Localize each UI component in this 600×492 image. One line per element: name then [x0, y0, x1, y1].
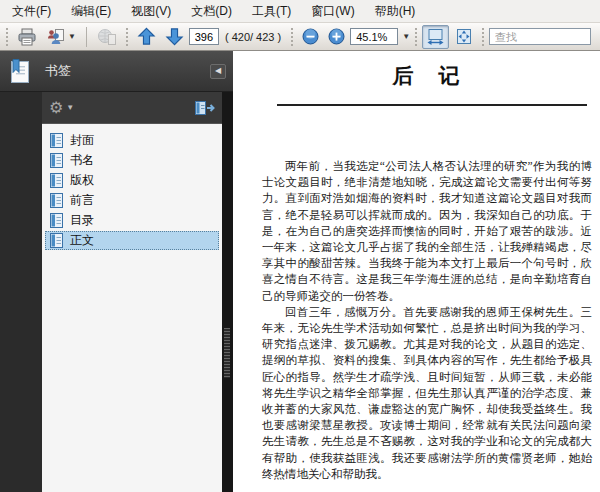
previous-page-button[interactable]	[133, 25, 160, 49]
paragraph: 两年前，当我选定“公司法人格否认法理的研究”作为我的博士论文题目时，绝非清楚地知…	[262, 158, 592, 304]
collaborate-dropdown-arrow[interactable]: ▼	[68, 32, 76, 41]
splitter-grip[interactable]	[224, 328, 230, 378]
menu-bar: 文件(F)编辑(E)视图(V)文档(D)工具(T)窗口(W)帮助(H)	[0, 0, 600, 23]
bookmark-page-icon	[50, 233, 63, 248]
zoom-out-icon	[302, 28, 319, 45]
menu-item[interactable]: 帮助(H)	[365, 0, 426, 23]
main-area: 书签 ◀ ⚙ ▼	[0, 51, 600, 492]
paragraph: 回首三年，感慨万分。首先要感谢我的恩师王保树先生。三年来，无论先生学术活动如何繁…	[262, 304, 592, 482]
share-online-icon	[97, 28, 117, 46]
bookmark-item[interactable]: 书名	[45, 151, 219, 170]
zoom-level-value: 45.1%	[356, 31, 387, 43]
bookmarks-toolbar: ⚙ ▼	[42, 92, 222, 123]
bookmarks-panel-title: 书签	[45, 62, 210, 80]
bookmark-label: 书名	[70, 152, 94, 169]
document-text: 两年前，当我选定“公司法人格否认法理的研究”作为我的博士论文题目时，绝非清楚地知…	[262, 158, 592, 482]
fit-width-icon	[426, 28, 445, 45]
menu-item[interactable]: 窗口(W)	[301, 0, 364, 23]
bookmark-item[interactable]: 正文	[45, 231, 219, 250]
arrow-down-icon	[165, 27, 184, 46]
bookmark-page-icon	[50, 213, 63, 228]
fit-page-icon	[455, 28, 473, 45]
document-heading: 后 记	[262, 62, 592, 90]
fit-page-button[interactable]	[450, 25, 477, 49]
menu-item[interactable]: 编辑(E)	[61, 0, 121, 23]
collaborate-button[interactable]: ▼	[42, 25, 80, 49]
page-count-label: ( 420/ 423 )	[225, 31, 281, 43]
bookmarks-options-button[interactable]: ⚙ ▼	[49, 100, 74, 116]
page-number-input[interactable]	[189, 28, 219, 45]
collapse-pane-button[interactable]: ◀	[210, 64, 226, 79]
pane-icon-strip	[0, 92, 42, 492]
bookmark-item[interactable]: 前言	[45, 191, 219, 210]
print-icon	[17, 28, 37, 46]
bookmark-label: 目录	[70, 212, 94, 229]
bookmark-page-icon	[50, 173, 63, 188]
arrow-up-icon	[137, 27, 156, 46]
zoom-in-button[interactable]	[324, 25, 349, 49]
menu-item[interactable]: 工具(T)	[242, 0, 301, 23]
heading-rule	[277, 104, 587, 106]
toolbar-grip[interactable]	[482, 28, 484, 46]
zoom-level-select[interactable]: 45.1%	[350, 28, 398, 45]
bookmark-item[interactable]: 封面	[45, 131, 219, 150]
pane-splitter[interactable]	[222, 92, 233, 492]
bookmark-label: 版权	[70, 172, 94, 189]
menu-item[interactable]: 视图(V)	[121, 0, 181, 23]
bookmark-label: 正文	[70, 232, 94, 249]
toolbar: ▼ ( 420/ 423 )	[0, 23, 600, 51]
bookmarks-panel: ⚙ ▼	[42, 92, 222, 492]
print-button[interactable]	[13, 25, 41, 49]
toolbar-grip[interactable]	[415, 28, 417, 46]
collaborate-icon	[46, 28, 65, 45]
menu-item[interactable]: 文件(F)	[2, 0, 61, 23]
toolbar-grip[interactable]	[6, 28, 8, 46]
navigation-pane: 书签 ◀ ⚙ ▼	[0, 51, 233, 492]
bookmark-page-icon	[50, 153, 63, 168]
bookmarks-panel-icon	[7, 58, 32, 85]
next-page-button[interactable]	[161, 25, 188, 49]
zoom-out-button[interactable]	[298, 25, 323, 49]
bookmark-label: 封面	[70, 132, 94, 149]
zoom-dropdown-arrow[interactable]: ▼	[402, 32, 410, 41]
bookmark-page-icon	[50, 193, 63, 208]
toolbar-grip[interactable]	[126, 28, 128, 46]
toolbar-separator	[86, 27, 87, 47]
pdf-reader-window: 文件(F)编辑(E)视图(V)文档(D)工具(T)窗口(W)帮助(H) ▼	[0, 0, 600, 492]
expand-current-bookmark-button[interactable]	[194, 100, 215, 116]
bookmarks-panel-header: 书签 ◀	[0, 51, 233, 92]
bookmark-item[interactable]: 版权	[45, 171, 219, 190]
bookmarks-list: 封面 书名	[42, 123, 222, 492]
toolbar-grip[interactable]	[291, 28, 293, 46]
bookmark-item[interactable]: 目录	[45, 211, 219, 230]
zoom-in-icon	[328, 28, 345, 45]
options-dropdown-arrow: ▼	[66, 104, 74, 112]
goto-bookmark-icon	[194, 100, 215, 116]
document-page[interactable]: 后 记 两年前，当我选定“公司法人格否认法理的研究”作为我的博士论文题目时，绝非…	[233, 51, 600, 492]
share-online-button[interactable]	[93, 25, 121, 49]
fit-width-button[interactable]	[422, 25, 449, 49]
menu-item[interactable]: 文档(D)	[181, 0, 242, 23]
find-input[interactable]	[489, 28, 591, 45]
bookmark-page-icon	[50, 133, 63, 148]
bookmarks-panel-body: ⚙ ▼	[0, 92, 233, 492]
gear-icon: ⚙	[49, 100, 63, 116]
bookmark-label: 前言	[70, 192, 94, 209]
